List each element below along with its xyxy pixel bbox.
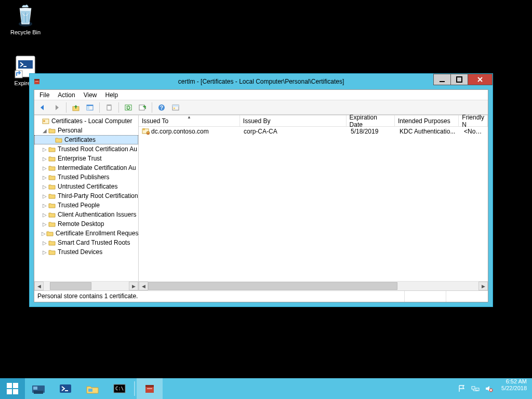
folder-icon: [48, 127, 56, 134]
expander-icon[interactable]: ▷: [42, 146, 48, 152]
col-friendly[interactable]: Friendly N: [459, 115, 488, 126]
col-expiration[interactable]: Expiration Date: [347, 115, 395, 126]
scroll-thumb[interactable]: [50, 282, 91, 290]
copy-button[interactable]: [103, 101, 115, 114]
folder-icon: [48, 146, 56, 152]
expander-icon[interactable]: [35, 118, 42, 124]
expander-icon[interactable]: ▷: [42, 155, 48, 162]
task-cmd[interactable]: C:\: [107, 378, 132, 399]
tree-personal[interactable]: ◢ Personal: [34, 126, 138, 135]
scroll-left-icon[interactable]: ◀: [139, 282, 148, 290]
menu-file[interactable]: File: [35, 90, 54, 100]
scroll-right-icon[interactable]: ▶: [478, 282, 488, 290]
tree-hscroll[interactable]: ◀ ▶: [34, 281, 138, 290]
tree-node[interactable]: ▷Trusted People: [34, 201, 138, 210]
task-powershell[interactable]: [52, 378, 78, 399]
expander-icon[interactable]: ▷: [42, 165, 48, 171]
list-pane: Issued To Issued By Expiration Date Inte…: [139, 115, 488, 290]
scroll-thumb[interactable]: [148, 282, 397, 290]
export-list-button[interactable]: [136, 101, 149, 114]
svg-rect-42: [472, 387, 475, 389]
tree-node[interactable]: ▷Trusted Devices: [34, 247, 138, 257]
tree-node[interactable]: ▷Untrusted Certificates: [34, 182, 138, 191]
recycle-bin[interactable]: Recycle Bin: [6, 3, 45, 35]
expander-icon[interactable]: ▷: [42, 230, 46, 236]
svg-rect-35: [60, 384, 71, 393]
volume-muted-icon[interactable]: [485, 384, 493, 393]
expander-open-icon[interactable]: ◢: [42, 127, 48, 134]
svg-rect-36: [88, 389, 92, 392]
back-button[interactable]: [36, 101, 49, 114]
col-purposes[interactable]: Intended Purposes: [395, 115, 459, 126]
cell-expiration: 5/18/2019: [348, 128, 396, 135]
titlebar[interactable]: certlm - [Certificates - Local Computer\…: [30, 74, 493, 89]
forward-button[interactable]: [50, 101, 63, 114]
svg-text:?: ?: [160, 105, 163, 111]
tree-node[interactable]: ▷Trusted Root Certification Au: [34, 144, 138, 154]
tree-node[interactable]: ▷Certificate Enrollment Reques: [34, 229, 138, 238]
svg-rect-41: [147, 388, 152, 389]
tree-node[interactable]: ▷Enterprise Trust: [34, 154, 138, 163]
task-certlm[interactable]: [137, 378, 163, 399]
col-issued-by[interactable]: Issued By: [240, 115, 347, 126]
tree-node[interactable]: ▷Third-Party Root Certification: [34, 191, 138, 201]
show-hide-tree-button[interactable]: [84, 101, 96, 114]
tree-node[interactable]: ▷Smart Card Trusted Roots: [34, 238, 138, 247]
task-explorer[interactable]: [79, 378, 105, 399]
minimize-button[interactable]: [433, 74, 451, 85]
tree-node[interactable]: ▷Intermediate Certification Au: [34, 163, 138, 172]
separator: [152, 102, 152, 113]
svg-text:C:\: C:\: [115, 386, 124, 391]
close-button[interactable]: [468, 74, 493, 85]
menu-help[interactable]: Help: [101, 90, 123, 100]
refresh-button[interactable]: [122, 101, 135, 114]
expander-icon[interactable]: ▷: [42, 211, 48, 218]
taskbar: C:\ 6:52 AM 5/22/2018: [0, 378, 532, 399]
folder-icon: [48, 165, 56, 171]
svg-rect-29: [13, 383, 18, 388]
svg-rect-17: [139, 105, 144, 110]
list-hscroll[interactable]: ◀ ▶: [139, 281, 488, 290]
network-icon[interactable]: [471, 384, 480, 393]
list-header: Issued To Issued By Expiration Date Inte…: [139, 115, 488, 127]
scroll-left-icon[interactable]: ◀: [34, 282, 44, 290]
col-issued-to[interactable]: Issued To: [139, 115, 240, 126]
separator: [118, 102, 119, 113]
menu-view[interactable]: View: [79, 90, 101, 100]
tree-node[interactable]: ▷Client Authentication Issuers: [34, 210, 138, 219]
start-button[interactable]: [0, 378, 25, 399]
expander-icon[interactable]: ▷: [42, 202, 48, 208]
expander-icon[interactable]: ▷: [42, 183, 48, 190]
svg-rect-30: [7, 389, 12, 394]
tree-node[interactable]: ▷Remote Desktop: [34, 219, 138, 229]
up-button[interactable]: [70, 101, 82, 114]
tree-root[interactable]: Certificates - Local Computer: [34, 116, 138, 126]
options-button[interactable]: [169, 101, 182, 114]
tree-pane: Certificates - Local Computer ◢ Personal…: [34, 115, 139, 290]
folder-icon: [48, 249, 56, 255]
expander-icon[interactable]: ▷: [42, 193, 48, 199]
certificate-icon: [142, 128, 150, 135]
expander-icon[interactable]: ▷: [42, 174, 48, 180]
menu-action[interactable]: Action: [54, 90, 79, 100]
expander-icon[interactable]: ▷: [42, 240, 48, 246]
clock-date: 5/22/2018: [501, 385, 527, 392]
flag-icon[interactable]: [458, 384, 466, 393]
scroll-right-icon[interactable]: ▶: [129, 282, 138, 290]
expander-icon[interactable]: ▷: [42, 249, 48, 255]
svg-rect-33: [34, 391, 43, 394]
expander-icon[interactable]: ▷: [42, 221, 48, 227]
task-server-manager[interactable]: [25, 378, 51, 399]
folder-icon: [48, 240, 56, 246]
taskbar-clock[interactable]: 6:52 AM 5/22/2018: [496, 378, 532, 399]
maximize-button[interactable]: [450, 74, 468, 85]
tree-certificates[interactable]: Certificates: [34, 135, 138, 144]
help-button[interactable]: ?: [155, 101, 168, 114]
separator: [99, 102, 100, 113]
cell-issued-by: corp-CA-CA: [241, 128, 348, 135]
cert-row[interactable]: dc.corp.contoso.com corp-CA-CA 5/18/2019…: [139, 127, 488, 136]
statusbar: Personal store contains 1 certificate.: [34, 290, 488, 302]
svg-rect-13: [87, 105, 93, 106]
tree-node[interactable]: ▷Trusted Publishers: [34, 172, 138, 182]
cell-issued-to: dc.corp.contoso.com: [151, 128, 209, 135]
